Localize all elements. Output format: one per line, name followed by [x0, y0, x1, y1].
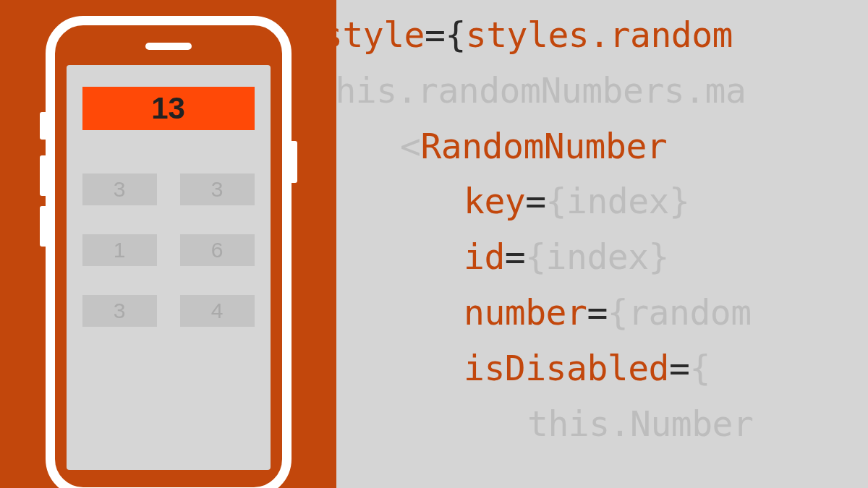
code-component: RandomNumber — [420, 126, 667, 166]
code-line: isDisabled={ — [336, 341, 868, 396]
phone-screen: 13 3 3 1 6 3 4 — [67, 65, 271, 470]
phone-side-button — [40, 155, 46, 196]
code-attr: id — [464, 236, 505, 277]
code-attr: key — [464, 181, 525, 221]
code-attr: style — [336, 14, 425, 55]
code-line: key={index} — [336, 174, 868, 229]
code-line: number={random — [336, 285, 868, 341]
phone-speaker — [145, 43, 192, 50]
code-line: id={index} — [336, 229, 868, 285]
phone-side-button — [40, 206, 46, 247]
number-grid: 3 3 1 6 3 4 — [82, 174, 255, 327]
phone-side-button — [40, 112, 46, 140]
code-line-faded: this.Number — [336, 396, 868, 452]
code-attr: number — [464, 292, 587, 333]
code-panel: style={styles.random this.randomNumbers.… — [336, 0, 868, 488]
target-number-display: 13 — [82, 87, 255, 130]
phone-side-button — [292, 141, 297, 183]
code-brace: { — [445, 14, 465, 55]
code-faded-text: this.Number — [527, 403, 753, 444]
code-line: <RandomNumber — [336, 119, 868, 174]
code-equals: = — [587, 292, 607, 333]
number-tile[interactable]: 3 — [82, 174, 157, 205]
number-tile[interactable]: 3 — [82, 295, 157, 327]
number-tile[interactable]: 6 — [180, 234, 255, 266]
number-tile[interactable]: 1 — [82, 234, 157, 266]
phone-illustration-panel: 13 3 3 1 6 3 4 — [0, 0, 336, 488]
code-line: style={styles.random — [336, 7, 868, 63]
code-equals: = — [525, 181, 545, 221]
code-faded-text: this.randomNumbers.ma — [336, 70, 746, 111]
code-attr: isDisabled — [464, 348, 669, 388]
phone-frame: 13 3 3 1 6 3 4 — [46, 16, 292, 488]
number-tile[interactable]: 3 — [180, 174, 255, 205]
code-value: { — [689, 348, 710, 388]
code-lt: < — [400, 126, 420, 166]
code-value: styles.random — [466, 14, 733, 55]
code-value: {random — [608, 292, 752, 333]
code-equals: = — [425, 14, 445, 55]
number-tile[interactable]: 4 — [180, 295, 255, 327]
code-line-faded: this.randomNumbers.ma — [336, 63, 868, 119]
code-value: {index} — [546, 181, 690, 221]
code-value: {index} — [525, 236, 669, 277]
code-equals: = — [669, 348, 689, 388]
code-equals: = — [505, 236, 525, 277]
